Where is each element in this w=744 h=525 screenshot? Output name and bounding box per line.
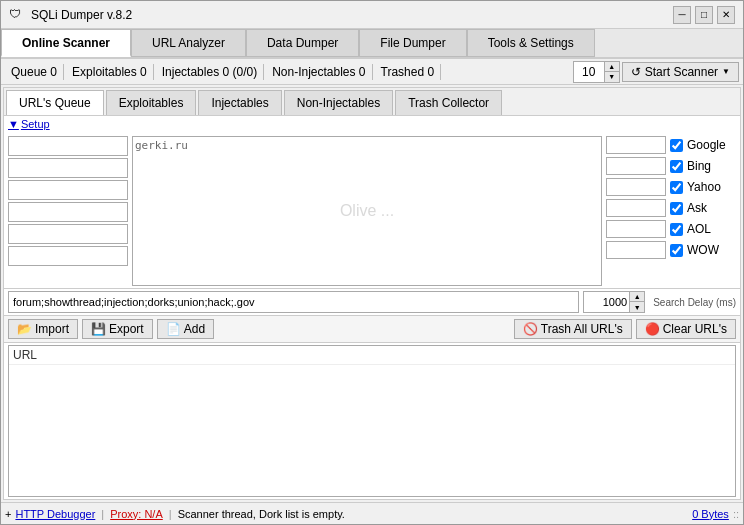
queue-status: Queue 0 — [5, 64, 64, 80]
delay-value-input[interactable] — [584, 295, 629, 309]
injectables-status: Injectables 0 (0/0) — [156, 64, 264, 80]
delay-spinner[interactable]: ▲ ▼ — [583, 291, 645, 313]
setup-section: ▼ Setup — [4, 116, 740, 134]
action-row-right: 🚫 Trash All URL's 🔴 Clear URL's — [514, 319, 736, 339]
trash-all-label: Trash All URL's — [541, 322, 623, 336]
bing-input[interactable] — [606, 157, 666, 175]
url-list-area[interactable]: URL — [9, 346, 735, 496]
app-window: 🛡 SQLi Dumper v.8.2 ─ □ ✕ Online Scanner… — [0, 0, 744, 525]
setup-toggle[interactable]: ▼ Setup — [8, 118, 736, 130]
left-inputs — [8, 136, 128, 286]
ask-checkbox[interactable] — [670, 202, 683, 215]
dork-input[interactable] — [8, 291, 579, 313]
tab-online-scanner[interactable]: Online Scanner — [1, 29, 131, 57]
dork-row: ▲ ▼ Search Delay (ms) — [4, 288, 740, 315]
sub-tab-injectables[interactable]: Injectables — [198, 90, 281, 115]
url-list-header: URL — [9, 346, 735, 365]
left-input-5[interactable] — [8, 224, 128, 244]
search-engines: Google Bing Yahoo Ask — [606, 136, 736, 286]
http-debugger-link[interactable]: HTTP Debugger — [15, 508, 95, 520]
clear-urls-button[interactable]: 🔴 Clear URL's — [636, 319, 736, 339]
google-label: Google — [687, 138, 726, 152]
yahoo-label: Yahoo — [687, 180, 721, 194]
spin-up-button[interactable]: ▲ — [605, 62, 619, 72]
wow-label: WOW — [687, 243, 719, 257]
non-injectables-status: Non-Injectables 0 — [266, 64, 372, 80]
trashed-status: Trashed 0 — [375, 64, 442, 80]
proxy-link[interactable]: Proxy: N/A — [110, 508, 163, 520]
sub-tab-non-injectables[interactable]: Non-Injectables — [284, 90, 393, 115]
app-title: SQLi Dumper v.8.2 — [31, 8, 673, 22]
google-input[interactable] — [606, 136, 666, 154]
refresh-icon: ↺ — [631, 65, 641, 79]
status-bar: Queue 0 Exploitables 0 Injectables 0 (0/… — [1, 59, 743, 85]
minimize-button[interactable]: ─ — [673, 6, 691, 24]
export-label: Export — [109, 322, 144, 336]
bing-checkbox[interactable] — [670, 160, 683, 173]
export-button[interactable]: 💾 Export — [82, 319, 153, 339]
left-input-1[interactable] — [8, 136, 128, 156]
scan-count-spinner[interactable]: ▲ ▼ — [573, 61, 620, 83]
scan-count-input[interactable] — [574, 64, 604, 80]
wow-checkbox[interactable] — [670, 244, 683, 257]
url-list-container: URL — [8, 345, 736, 497]
left-input-2[interactable] — [8, 158, 128, 178]
yahoo-input[interactable] — [606, 178, 666, 196]
bytes-info[interactable]: 0 Bytes — [692, 508, 729, 520]
url-textarea-container: gerki.ru Olive ... — [132, 136, 602, 286]
url-textarea[interactable]: gerki.ru — [132, 136, 602, 286]
dropdown-arrow-icon: ▼ — [722, 67, 730, 76]
setup-collapse-icon: ▼ — [8, 118, 19, 130]
delay-spin-up[interactable]: ▲ — [630, 292, 644, 302]
yahoo-checkbox[interactable] — [670, 181, 683, 194]
engine-row-wow: WOW — [606, 241, 736, 259]
trash-all-button[interactable]: 🚫 Trash All URL's — [514, 319, 632, 339]
start-scanner-button[interactable]: ↺ Start Scanner ▼ — [622, 62, 739, 82]
left-input-6[interactable] — [8, 246, 128, 266]
engine-row-google: Google — [606, 136, 736, 154]
sub-tab-exploitables[interactable]: Exploitables — [106, 90, 197, 115]
sub-tab-trash-collector[interactable]: Trash Collector — [395, 90, 502, 115]
separator-3: :: — [733, 508, 739, 520]
window-controls: ─ □ ✕ — [673, 6, 735, 24]
ask-input[interactable] — [606, 199, 666, 217]
separator-1: | — [101, 508, 104, 520]
delay-spin-arrows: ▲ ▼ — [629, 292, 644, 312]
main-content: URL's Queue Exploitables Injectables Non… — [3, 87, 741, 500]
wow-input[interactable] — [606, 241, 666, 259]
import-icon: 📂 — [17, 322, 32, 336]
import-button[interactable]: 📂 Import — [8, 319, 78, 339]
content-area: gerki.ru Olive ... Google Bing — [4, 134, 740, 288]
bottom-bar: + HTTP Debugger | Proxy: N/A | Scanner t… — [1, 502, 743, 524]
aol-checkbox[interactable] — [670, 223, 683, 236]
action-row: 📂 Import 💾 Export 📄 Add 🚫 Trash All URL'… — [4, 315, 740, 343]
clear-urls-label: Clear URL's — [663, 322, 727, 336]
engine-row-aol: AOL — [606, 220, 736, 238]
maximize-button[interactable]: □ — [695, 6, 713, 24]
bing-label: Bing — [687, 159, 711, 173]
aol-input[interactable] — [606, 220, 666, 238]
add-icon: 📄 — [166, 322, 181, 336]
delay-spin-down[interactable]: ▼ — [630, 302, 644, 312]
engine-row-ask: Ask — [606, 199, 736, 217]
main-tabs: Online Scanner URL Analyzer Data Dumper … — [1, 29, 743, 59]
tab-data-dumper[interactable]: Data Dumper — [246, 29, 359, 57]
tab-tools-settings[interactable]: Tools & Settings — [467, 29, 595, 57]
close-button[interactable]: ✕ — [717, 6, 735, 24]
clear-icon: 🔴 — [645, 322, 660, 336]
tab-url-analyzer[interactable]: URL Analyzer — [131, 29, 246, 57]
left-input-4[interactable] — [8, 202, 128, 222]
add-button[interactable]: 📄 Add — [157, 319, 214, 339]
aol-label: AOL — [687, 222, 711, 236]
tab-file-dumper[interactable]: File Dumper — [359, 29, 466, 57]
export-icon: 💾 — [91, 322, 106, 336]
app-icon: 🛡 — [9, 7, 25, 23]
add-label: Add — [184, 322, 205, 336]
status-message: Scanner thread, Dork list is empty. — [178, 508, 345, 520]
engine-row-yahoo: Yahoo — [606, 178, 736, 196]
left-input-3[interactable] — [8, 180, 128, 200]
spin-down-button[interactable]: ▼ — [605, 72, 619, 82]
sub-tab-urls-queue[interactable]: URL's Queue — [6, 90, 104, 115]
google-checkbox[interactable] — [670, 139, 683, 152]
setup-label-text: Setup — [21, 118, 50, 130]
